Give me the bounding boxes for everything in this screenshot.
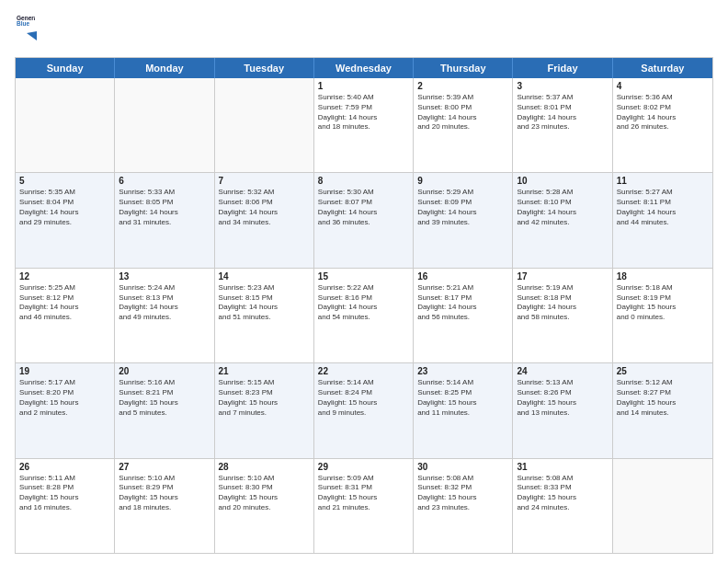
calendar-row-2: 12Sunrise: 5:25 AM Sunset: 8:12 PM Dayli… [16, 269, 712, 363]
day-cell-25: 25Sunrise: 5:12 AM Sunset: 8:27 PM Dayli… [613, 363, 712, 457]
day-cell-6: 6Sunrise: 5:33 AM Sunset: 8:05 PM Daylig… [115, 173, 214, 267]
day-cell-1: 1Sunrise: 5:40 AM Sunset: 7:59 PM Daylig… [314, 78, 414, 172]
weekday-header-saturday: Saturday [613, 58, 712, 78]
day-info: Sunrise: 5:39 AM Sunset: 8:00 PM Dayligh… [417, 93, 508, 132]
day-cell-23: 23Sunrise: 5:14 AM Sunset: 8:25 PM Dayli… [414, 363, 513, 457]
svg-text:Blue: Blue [17, 20, 29, 27]
day-cell-14: 14Sunrise: 5:23 AM Sunset: 8:15 PM Dayli… [215, 269, 314, 362]
day-info: Sunrise: 5:40 AM Sunset: 7:59 PM Dayligh… [318, 93, 409, 132]
weekday-header-monday: Monday [115, 58, 214, 78]
day-cell-13: 13Sunrise: 5:24 AM Sunset: 8:13 PM Dayli… [115, 269, 214, 362]
day-info: Sunrise: 5:21 AM Sunset: 8:17 PM Dayligh… [417, 283, 508, 323]
day-cell-2: 2Sunrise: 5:39 AM Sunset: 8:00 PM Daylig… [414, 78, 513, 172]
day-cell-16: 16Sunrise: 5:21 AM Sunset: 8:17 PM Dayli… [414, 269, 513, 362]
day-number: 24 [517, 366, 608, 376]
day-cell-18: 18Sunrise: 5:18 AM Sunset: 8:19 PM Dayli… [613, 269, 712, 362]
day-cell-17: 17Sunrise: 5:19 AM Sunset: 8:18 PM Dayli… [513, 269, 612, 362]
day-cell-7: 7Sunrise: 5:32 AM Sunset: 8:06 PM Daylig… [215, 173, 314, 267]
day-number: 23 [417, 366, 508, 376]
day-number: 7 [219, 176, 310, 186]
day-cell-22: 22Sunrise: 5:14 AM Sunset: 8:24 PM Dayli… [314, 363, 414, 457]
day-info: Sunrise: 5:10 AM Sunset: 8:29 PM Dayligh… [119, 474, 210, 513]
weekday-header-sunday: Sunday [16, 58, 115, 78]
day-cell-28: 28Sunrise: 5:10 AM Sunset: 8:30 PM Dayli… [215, 459, 314, 553]
day-number: 18 [617, 271, 709, 282]
logo: General Blue [15, 11, 37, 50]
day-cell-26: 26Sunrise: 5:11 AM Sunset: 8:28 PM Dayli… [16, 459, 115, 553]
day-number: 25 [617, 366, 709, 376]
day-info: Sunrise: 5:36 AM Sunset: 8:02 PM Dayligh… [617, 93, 709, 132]
day-number: 12 [19, 271, 110, 282]
weekday-header-wednesday: Wednesday [314, 58, 414, 78]
day-cell-19: 19Sunrise: 5:17 AM Sunset: 8:20 PM Dayli… [16, 363, 115, 457]
day-cell-31: 31Sunrise: 5:08 AM Sunset: 8:33 PM Dayli… [513, 459, 612, 553]
day-info: Sunrise: 5:14 AM Sunset: 8:25 PM Dayligh… [417, 378, 508, 418]
calendar-header: SundayMondayTuesdayWednesdayThursdayFrid… [16, 58, 712, 78]
day-info: Sunrise: 5:10 AM Sunset: 8:30 PM Dayligh… [219, 474, 310, 513]
calendar-row-4: 26Sunrise: 5:11 AM Sunset: 8:28 PM Dayli… [16, 459, 712, 553]
day-info: Sunrise: 5:29 AM Sunset: 8:09 PM Dayligh… [417, 188, 508, 227]
day-number: 22 [318, 366, 409, 376]
day-number: 9 [417, 176, 508, 186]
calendar-row-0: 1Sunrise: 5:40 AM Sunset: 7:59 PM Daylig… [16, 78, 712, 173]
day-cell-8: 8Sunrise: 5:30 AM Sunset: 8:07 PM Daylig… [314, 173, 414, 267]
day-cell-15: 15Sunrise: 5:22 AM Sunset: 8:16 PM Dayli… [314, 269, 414, 362]
day-cell-29: 29Sunrise: 5:09 AM Sunset: 8:31 PM Dayli… [314, 459, 414, 553]
day-cell-24: 24Sunrise: 5:13 AM Sunset: 8:26 PM Dayli… [513, 363, 612, 457]
day-info: Sunrise: 5:33 AM Sunset: 8:05 PM Dayligh… [119, 188, 210, 227]
logo-icon: General Blue [17, 11, 35, 29]
day-cell-21: 21Sunrise: 5:15 AM Sunset: 8:23 PM Dayli… [215, 363, 314, 457]
day-number: 16 [417, 271, 508, 282]
day-info: Sunrise: 5:08 AM Sunset: 8:32 PM Dayligh… [417, 474, 508, 513]
day-info: Sunrise: 5:13 AM Sunset: 8:26 PM Dayligh… [517, 378, 608, 418]
day-number: 20 [119, 366, 210, 376]
day-number: 19 [19, 366, 110, 376]
day-number: 6 [119, 176, 210, 186]
day-number: 13 [119, 271, 210, 282]
empty-cell [16, 78, 115, 172]
day-number: 11 [617, 176, 709, 186]
day-cell-4: 4Sunrise: 5:36 AM Sunset: 8:02 PM Daylig… [613, 78, 712, 172]
day-number: 14 [219, 271, 310, 282]
calendar-row-1: 5Sunrise: 5:35 AM Sunset: 8:04 PM Daylig… [16, 173, 712, 268]
day-info: Sunrise: 5:11 AM Sunset: 8:28 PM Dayligh… [19, 474, 110, 513]
svg-text:General: General [17, 15, 35, 21]
day-info: Sunrise: 5:18 AM Sunset: 8:19 PM Dayligh… [617, 283, 709, 323]
day-number: 30 [417, 462, 508, 472]
calendar: SundayMondayTuesdayWednesdayThursdayFrid… [15, 57, 713, 554]
day-number: 27 [119, 462, 210, 472]
header: General Blue [15, 11, 713, 50]
day-number: 5 [19, 176, 110, 186]
day-info: Sunrise: 5:12 AM Sunset: 8:27 PM Dayligh… [617, 378, 709, 418]
day-number: 1 [318, 81, 409, 91]
calendar-body: 1Sunrise: 5:40 AM Sunset: 7:59 PM Daylig… [16, 78, 712, 553]
day-info: Sunrise: 5:17 AM Sunset: 8:20 PM Dayligh… [19, 378, 110, 418]
day-cell-20: 20Sunrise: 5:16 AM Sunset: 8:21 PM Dayli… [115, 363, 214, 457]
day-number: 17 [517, 271, 608, 282]
day-number: 15 [318, 271, 409, 282]
calendar-row-3: 19Sunrise: 5:17 AM Sunset: 8:20 PM Dayli… [16, 363, 712, 458]
empty-cell [613, 459, 712, 553]
day-cell-9: 9Sunrise: 5:29 AM Sunset: 8:09 PM Daylig… [414, 173, 513, 267]
day-number: 4 [617, 81, 709, 91]
day-info: Sunrise: 5:25 AM Sunset: 8:12 PM Dayligh… [19, 283, 110, 323]
weekday-header-friday: Friday [513, 58, 612, 78]
svg-marker-3 [27, 31, 37, 40]
day-cell-12: 12Sunrise: 5:25 AM Sunset: 8:12 PM Dayli… [16, 269, 115, 362]
day-number: 2 [417, 81, 508, 91]
day-cell-5: 5Sunrise: 5:35 AM Sunset: 8:04 PM Daylig… [16, 173, 115, 267]
day-info: Sunrise: 5:30 AM Sunset: 8:07 PM Dayligh… [318, 188, 409, 227]
day-info: Sunrise: 5:22 AM Sunset: 8:16 PM Dayligh… [318, 283, 409, 323]
day-info: Sunrise: 5:09 AM Sunset: 8:31 PM Dayligh… [318, 474, 409, 513]
day-number: 3 [517, 81, 608, 91]
day-info: Sunrise: 5:15 AM Sunset: 8:23 PM Dayligh… [219, 378, 310, 418]
day-cell-3: 3Sunrise: 5:37 AM Sunset: 8:01 PM Daylig… [513, 78, 612, 172]
day-info: Sunrise: 5:19 AM Sunset: 8:18 PM Dayligh… [517, 283, 608, 323]
day-number: 10 [517, 176, 608, 186]
day-info: Sunrise: 5:16 AM Sunset: 8:21 PM Dayligh… [119, 378, 210, 418]
day-info: Sunrise: 5:14 AM Sunset: 8:24 PM Dayligh… [318, 378, 409, 418]
day-number: 26 [19, 462, 110, 472]
day-number: 28 [219, 462, 310, 472]
day-cell-11: 11Sunrise: 5:27 AM Sunset: 8:11 PM Dayli… [613, 173, 712, 267]
day-cell-27: 27Sunrise: 5:10 AM Sunset: 8:29 PM Dayli… [115, 459, 214, 553]
